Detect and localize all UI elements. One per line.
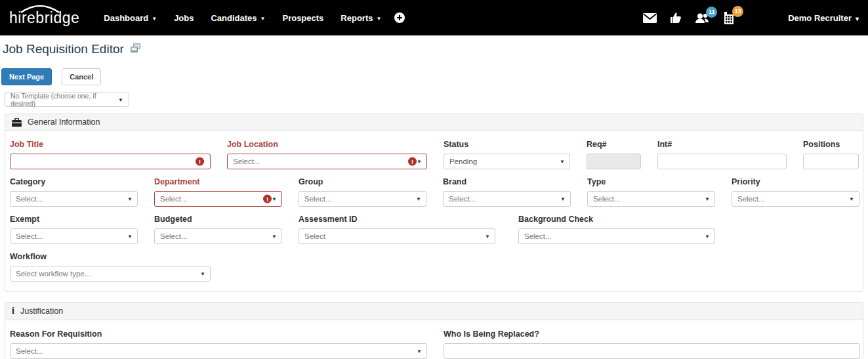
user-menu[interactable]: Demo Recruiter <box>788 13 859 23</box>
group-select[interactable]: Select... <box>299 191 426 207</box>
section-title: General Information <box>28 117 100 127</box>
department-select[interactable]: Select... <box>154 191 282 207</box>
top-navbar: hirebridge Dashboard▼ Jobs Candidates▼ P… <box>0 0 868 35</box>
bridge-arc-icon <box>20 5 60 14</box>
page-title: Job Requisition Editor <box>3 42 124 56</box>
justification-panel: i Justification Reason For Requisition S… <box>5 302 863 359</box>
req-number-label: Req# <box>587 140 641 149</box>
quick-add-button[interactable] <box>394 12 405 24</box>
who-is-being-replaced-input[interactable] <box>444 343 860 359</box>
exempt-select[interactable]: Select... <box>10 228 138 244</box>
budgeted-select[interactable]: Select... <box>154 228 282 244</box>
assessment-id-select[interactable]: Select <box>299 228 495 244</box>
approvals-button[interactable] <box>670 12 682 24</box>
general-information-header: General Information <box>5 114 863 131</box>
priority-label: Priority <box>732 177 859 186</box>
budgeted-label: Budgeted <box>154 215 282 224</box>
exempt-label: Exempt <box>10 215 138 224</box>
priority-select[interactable]: Select... <box>732 191 859 207</box>
job-location-label: Job Location <box>227 140 427 149</box>
background-check-select[interactable]: Select... <box>518 228 715 244</box>
int-number-input[interactable] <box>657 154 787 169</box>
nav-dashboard[interactable]: Dashboard▼ <box>95 13 165 23</box>
department-label: Department <box>154 177 282 186</box>
main-nav: Dashboard▼ Jobs Candidates▼ Prospects Re… <box>95 12 405 24</box>
cancel-button[interactable]: Cancel <box>62 68 101 85</box>
status-select[interactable]: Pending <box>444 154 570 169</box>
type-select[interactable]: Select... <box>587 191 715 207</box>
positions-input[interactable] <box>803 154 859 169</box>
nav-prospects[interactable]: Prospects <box>274 13 332 23</box>
job-title-input[interactable] <box>10 154 211 169</box>
chevron-down-icon: ▼ <box>152 16 157 22</box>
thumbs-up-icon <box>670 12 682 24</box>
general-information-panel: General Information Job Title Job Locati… <box>5 114 863 292</box>
category-label: Category <box>10 177 138 186</box>
required-error-icon <box>196 158 204 166</box>
positions-label: Positions <box>803 140 859 149</box>
copy-template-button[interactable] <box>131 43 141 55</box>
status-label: Status <box>444 140 570 149</box>
job-location-select[interactable]: Select... <box>227 154 427 169</box>
justification-header: i Justification <box>5 303 863 320</box>
chevron-down-icon: ▼ <box>376 16 381 22</box>
candidates-notifications-button[interactable]: 11 <box>695 12 709 24</box>
nav-candidates[interactable]: Candidates▼ <box>202 13 274 23</box>
group-label: Group <box>299 177 426 186</box>
template-select-value: No Template (choose one, if desired) <box>10 92 118 108</box>
calendar-badge: 13 <box>732 6 743 17</box>
nav-reports[interactable]: Reports▼ <box>332 13 390 23</box>
next-page-button[interactable]: Next Page <box>1 68 52 85</box>
background-check-label: Background Check <box>518 215 715 224</box>
brand-label: Brand <box>443 177 571 186</box>
reason-for-requisition-select[interactable]: Select... <box>10 343 427 359</box>
info-icon: i <box>12 306 14 316</box>
hirebridge-logo[interactable]: hirebridge <box>9 9 79 27</box>
messages-button[interactable] <box>643 13 657 23</box>
workflow-label: Workflow <box>10 252 211 261</box>
template-select[interactable]: No Template (choose one, if desired) <box>5 93 129 107</box>
envelope-icon <box>643 13 657 23</box>
reason-for-requisition-label: Reason For Requisition <box>10 329 427 339</box>
required-error-icon <box>408 158 417 166</box>
nav-jobs[interactable]: Jobs <box>165 13 202 23</box>
people-badge: 11 <box>706 7 717 18</box>
brand-select[interactable]: Select... <box>443 191 571 207</box>
chevron-down-icon: ▼ <box>260 16 266 22</box>
navbar-right: 11 13 Demo Recruiter <box>636 12 859 24</box>
company-notifications-button[interactable]: 13 <box>722 12 735 24</box>
job-title-label: Job Title <box>10 140 211 149</box>
section-title: Justification <box>20 306 63 316</box>
briefcase-icon <box>12 118 22 127</box>
copy-icon <box>131 43 141 53</box>
int-number-label: Int# <box>657 140 787 149</box>
workflow-select[interactable]: Select workflow type... <box>10 266 211 282</box>
req-number-input <box>587 154 641 169</box>
category-select[interactable]: Select... <box>10 191 138 207</box>
assessment-id-label: Assessment ID <box>299 215 495 224</box>
who-is-being-replaced-label: Who Is Being Replaced? <box>444 329 860 339</box>
plus-circle-icon <box>394 12 405 24</box>
type-label: Type <box>587 177 715 186</box>
required-error-icon <box>263 195 272 203</box>
